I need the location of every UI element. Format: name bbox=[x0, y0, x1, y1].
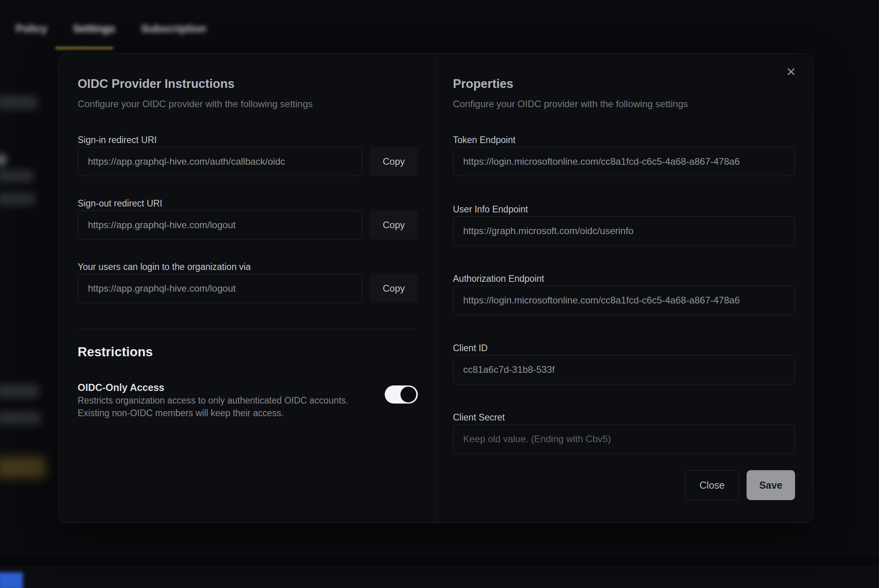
authorization-endpoint-input[interactable] bbox=[453, 286, 795, 315]
signout-redirect-field: Sign-out redirect URI Copy bbox=[78, 196, 418, 260]
copy-signout-button[interactable]: Copy bbox=[370, 210, 418, 240]
client-id-input[interactable] bbox=[453, 355, 795, 384]
close-button[interactable]: Close bbox=[685, 470, 739, 500]
token-endpoint-field: Token Endpoint bbox=[453, 133, 795, 202]
restrictions-heading: Restrictions bbox=[78, 343, 418, 361]
blurred-text-blob bbox=[0, 96, 38, 109]
restrictions-divider bbox=[78, 329, 418, 329]
userinfo-endpoint-label: User Info Endpoint bbox=[453, 202, 795, 216]
signin-redirect-label: Sign-in redirect URI bbox=[78, 133, 418, 147]
authorization-endpoint-field: Authorization Endpoint bbox=[453, 272, 795, 341]
properties-title: Properties bbox=[453, 76, 795, 92]
toggle-thumb bbox=[400, 387, 416, 402]
client-id-label: Client ID bbox=[453, 341, 795, 355]
copy-login-via-button[interactable]: Copy bbox=[370, 274, 418, 303]
tab-subscription[interactable]: Subscription bbox=[141, 23, 206, 35]
background-footer-area bbox=[0, 566, 879, 588]
blurred-text-blob bbox=[0, 412, 41, 424]
oidc-only-access-text: OIDC-Only Access Restricts organization … bbox=[78, 381, 348, 419]
instructions-subtitle: Configure your OIDC provider with the fo… bbox=[78, 98, 418, 110]
login-via-label: Your users can login to the organization… bbox=[78, 260, 418, 274]
tab-policy[interactable]: Policy bbox=[16, 23, 47, 35]
blurred-button-blob bbox=[0, 456, 47, 478]
blurred-dot bbox=[0, 154, 6, 166]
column-divider bbox=[436, 54, 436, 523]
authorization-endpoint-label: Authorization Endpoint bbox=[453, 272, 795, 286]
background-band bbox=[0, 557, 879, 566]
instructions-title: OIDC Provider Instructions bbox=[78, 76, 418, 92]
blurred-text-blob bbox=[0, 384, 39, 398]
client-secret-label: Client Secret bbox=[453, 410, 795, 424]
properties-subtitle: Configure your OIDC provider with the fo… bbox=[453, 98, 795, 110]
instructions-column: OIDC Provider Instructions Configure you… bbox=[78, 76, 418, 419]
client-secret-field: Client Secret bbox=[453, 410, 795, 454]
login-via-input[interactable] bbox=[78, 274, 362, 303]
userinfo-endpoint-field: User Info Endpoint bbox=[453, 202, 795, 272]
client-secret-input[interactable] bbox=[453, 424, 795, 454]
login-via-field: Your users can login to the organization… bbox=[78, 260, 418, 303]
token-endpoint-label: Token Endpoint bbox=[453, 133, 795, 147]
properties-column: Properties Configure your OIDC provider … bbox=[453, 76, 795, 500]
userinfo-endpoint-input[interactable] bbox=[453, 216, 795, 246]
modal-footer: Close Save bbox=[453, 470, 795, 500]
blurred-text-blob bbox=[0, 170, 34, 182]
oidc-only-access-label: OIDC-Only Access bbox=[78, 381, 348, 394]
signout-redirect-label: Sign-out redirect URI bbox=[78, 196, 418, 210]
tab-bar: Policy Settings Subscription bbox=[16, 23, 206, 35]
oidc-settings-modal: ✕ OIDC Provider Instructions Configure y… bbox=[58, 53, 814, 523]
tab-settings[interactable]: Settings bbox=[73, 23, 115, 35]
signout-redirect-input[interactable] bbox=[78, 210, 362, 240]
save-button[interactable]: Save bbox=[747, 470, 795, 500]
signin-redirect-input[interactable] bbox=[78, 147, 362, 176]
copy-signin-button[interactable]: Copy bbox=[370, 147, 418, 176]
token-endpoint-input[interactable] bbox=[453, 147, 795, 176]
oidc-only-access-toggle[interactable] bbox=[385, 385, 418, 404]
signin-redirect-field: Sign-in redirect URI Copy bbox=[78, 133, 418, 196]
blurred-blue-box bbox=[0, 572, 23, 588]
client-id-field: Client ID bbox=[453, 341, 795, 410]
app-root: Policy Settings Subscription ✕ OIDC Prov… bbox=[0, 0, 879, 588]
active-tab-indicator bbox=[55, 47, 114, 49]
oidc-only-access-description-line2: Existing non-OIDC members will keep thei… bbox=[78, 407, 348, 419]
oidc-only-access-description-line1: Restricts organization access to only au… bbox=[78, 394, 348, 407]
blurred-text-blob bbox=[0, 193, 35, 205]
oidc-only-access-row: OIDC-Only Access Restricts organization … bbox=[78, 381, 418, 419]
